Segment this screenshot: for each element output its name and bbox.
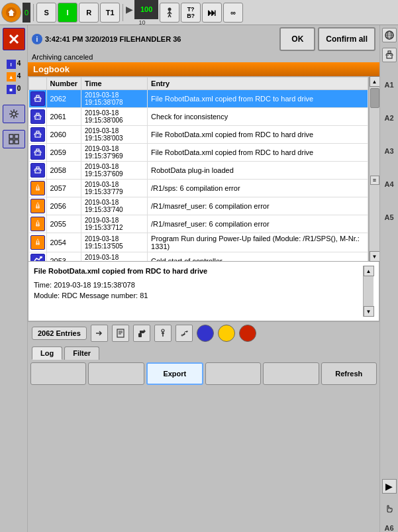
a2-label: A2: [384, 114, 393, 122]
log-table-scroll[interactable]: Number Time Entry 20622019-03-18 19:15:3…: [28, 77, 368, 261]
left-sidebar: I 4 ▲ 4 ■ 0: [0, 25, 28, 532]
svg-rect-55: [36, 167, 39, 169]
scroll-up-arrow[interactable]: ▲: [370, 76, 380, 87]
bottom-btn-4[interactable]: [205, 362, 261, 385]
table-row[interactable]: 20572019-03-18 19:15:33'779/R1/sps: 6 co…: [29, 180, 368, 197]
detail-panel: File RobotData.xml copied from RDC to ha…: [28, 262, 379, 321]
table-row[interactable]: 20542019-03-18 19:15:13'505Program Run d…: [29, 233, 368, 252]
blue-filter-circle[interactable]: [197, 325, 214, 342]
svg-rect-75: [138, 333, 142, 337]
table-row[interactable]: 20602019-03-18 19:15:38'003File RobotDat…: [29, 126, 368, 144]
svg-point-29: [36, 99, 36, 99]
table-row[interactable]: 20612019-03-18 19:15:38'006Check for inc…: [29, 108, 368, 126]
tab-bar: Log Filter: [28, 345, 379, 360]
col-header-entry: Entry: [148, 78, 368, 90]
detail-scroll-up[interactable]: ▲: [364, 266, 374, 276]
indicator-label-2: 4: [17, 72, 21, 81]
red-filter-circle[interactable]: [239, 325, 256, 342]
t1-button[interactable]: T1: [100, 3, 120, 23]
tab-log[interactable]: Log: [32, 346, 62, 360]
robot-icon-right[interactable]: [382, 48, 397, 62]
table-row[interactable]: 20562019-03-18 19:15:33'740/R1/masref_us…: [29, 197, 368, 215]
log-table-container: Number Time Entry 20622019-03-18 19:15:3…: [28, 76, 369, 262]
col-header-time: Time: [81, 78, 148, 90]
svg-point-77: [181, 335, 183, 337]
svg-point-22: [387, 55, 389, 56]
detail-title: File RobotData.xml copied from RDC to ha…: [34, 266, 363, 277]
detail-message-value: 81: [140, 292, 148, 299]
svg-line-6: [170, 15, 171, 17]
row-number: 2062: [46, 90, 81, 108]
refresh-button[interactable]: Refresh: [321, 362, 377, 385]
bottom-btn-5[interactable]: [263, 362, 319, 385]
r-button[interactable]: R: [79, 3, 99, 23]
svg-point-1: [168, 7, 172, 11]
detail-scroll-down[interactable]: ▼: [364, 306, 374, 317]
timestamp-text: 3:42:41 PM 3/20/2019 FILEHANDLER 36: [45, 35, 181, 43]
question-button[interactable]: T? B?: [181, 3, 201, 23]
row-icon: [30, 181, 45, 195]
scroll-thumb[interactable]: [370, 88, 379, 108]
row-icon: [30, 199, 45, 213]
indicator-1: I: [7, 60, 16, 69]
indicator-2: ▲: [7, 72, 16, 81]
row-icon: [30, 91, 45, 106]
detail-time-label: Time:: [34, 281, 52, 289]
svg-rect-27: [36, 95, 39, 97]
archiving-text: Archiving canceled: [28, 53, 379, 62]
page-filter-btn[interactable]: [112, 325, 129, 342]
scroll-down-arrow[interactable]: ▼: [370, 251, 380, 262]
tool-filter-btn[interactable]: [154, 325, 172, 342]
table-row[interactable]: 20622019-03-18 19:15:38'078File RobotDat…: [29, 90, 368, 108]
hand-button[interactable]: [382, 502, 397, 516]
bottom-buttons: Export Refresh: [28, 360, 379, 388]
detail-time-row: Time: 2019-03-18 19:15:38'078: [34, 280, 363, 291]
ok-button[interactable]: OK: [279, 27, 315, 51]
right-sidebar: A1 A2 A3 A4 A5 ▶ A6: [379, 25, 398, 532]
bottom-btn-2[interactable]: [88, 362, 144, 385]
home-button[interactable]: [1, 3, 21, 23]
hammer-filter-btn[interactable]: [133, 325, 150, 342]
yellow-filter-circle[interactable]: [218, 325, 235, 342]
a4-label: A4: [384, 180, 393, 188]
bottom-btn-1[interactable]: [30, 362, 86, 385]
right-arrow-button[interactable]: ▶: [382, 479, 397, 494]
wrench-filter-btn[interactable]: [175, 325, 193, 342]
detail-module-row: Module: RDC Message number: 81: [34, 290, 363, 301]
infinity-button[interactable]: ∞: [223, 3, 243, 23]
table-row[interactable]: 20532019-03-18 19:15:12'017Cold start of…: [29, 252, 368, 262]
tab-filter[interactable]: Filter: [64, 346, 99, 360]
confirm-all-button[interactable]: Confirm all: [318, 27, 375, 51]
svg-point-66: [37, 225, 38, 227]
detail-scrollbar[interactable]: ▲ ▼: [363, 266, 373, 317]
svg-rect-71: [117, 329, 124, 337]
svg-point-30: [38, 99, 39, 99]
s-button[interactable]: S: [36, 3, 56, 23]
close-button[interactable]: [3, 28, 25, 50]
row-time: 2019-03-18 19:15:37'969: [81, 144, 148, 162]
row-time: 2019-03-18 19:15:38'078: [81, 90, 148, 108]
scroll-middle[interactable]: ≡: [370, 176, 379, 185]
table-row[interactable]: 20582019-03-18 19:15:37'609RobotData plu…: [29, 162, 368, 180]
export-button[interactable]: Export: [146, 362, 203, 385]
row-icon: [30, 217, 45, 231]
row-entry: Cold start of controller: [148, 252, 368, 262]
skip-button[interactable]: ⏭: [202, 3, 222, 23]
svg-point-68: [37, 244, 38, 245]
row-icon: [30, 254, 45, 261]
detail-time-value: 2019-03-18 19:15:38'078: [54, 281, 135, 289]
table-row[interactable]: 20592019-03-18 19:15:37'969File RobotDat…: [29, 144, 368, 162]
walk-button[interactable]: [160, 3, 179, 23]
row-icon: [30, 109, 45, 124]
run-speed-button[interactable]: ▶ 100 10: [126, 0, 158, 26]
a6-label: A6: [384, 524, 393, 532]
globe-button[interactable]: [382, 28, 397, 42]
i-button[interactable]: I: [58, 3, 77, 23]
svg-rect-19: [387, 54, 392, 58]
arrow-filter-btn[interactable]: [91, 325, 108, 342]
table-row[interactable]: 20552019-03-18 19:15:33'712/R1/masref_us…: [29, 215, 368, 233]
grid-button[interactable]: [3, 130, 25, 148]
settings-button[interactable]: [3, 105, 25, 123]
table-scrollbar[interactable]: ▲ ≡ ▼: [369, 76, 379, 262]
row-entry: /R1/masref_user: 6 compilation error: [148, 215, 368, 233]
